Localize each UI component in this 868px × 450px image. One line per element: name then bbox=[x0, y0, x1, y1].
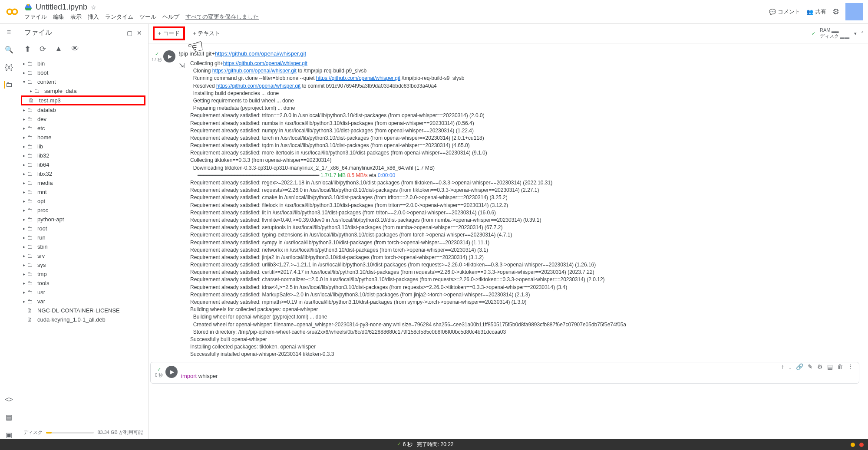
folder-opt[interactable]: ▸🗀opt bbox=[21, 197, 145, 206]
delete-icon[interactable]: 🗑 bbox=[837, 363, 843, 370]
avatar[interactable] bbox=[845, 3, 863, 20]
pane-popout-icon[interactable]: ▢ bbox=[127, 30, 132, 36]
toc-icon[interactable]: ≡ bbox=[7, 28, 11, 36]
mount-drive-icon[interactable]: ▲ bbox=[55, 44, 63, 54]
folder-datalab[interactable]: ▸🗀datalab bbox=[21, 105, 145, 115]
file-test-mp3[interactable]: 🗎test.mp3 bbox=[21, 95, 145, 105]
disk-usage: ディスク 83.34 GB が利用可能 bbox=[18, 426, 148, 439]
output-expand-icon[interactable]: ⇲ bbox=[179, 60, 188, 358]
svg-point-1 bbox=[12, 9, 17, 14]
folder-lib[interactable]: ▸🗀lib bbox=[21, 142, 145, 151]
main-row: ≡ 🔍 {x} 🗀 <> ▤ ▣ ファイル ▢ ✕ ⬆ ⟳ ▲ 👁 ▸🗀bin … bbox=[0, 24, 868, 439]
menu-tools[interactable]: ツール bbox=[139, 13, 156, 21]
connected-check-icon: ✓ bbox=[812, 31, 815, 36]
menu-edit[interactable]: 編集 bbox=[53, 13, 64, 21]
terminal-icon[interactable]: ▣ bbox=[6, 431, 12, 439]
doc-title[interactable]: Untitled1.ipynb bbox=[36, 3, 87, 12]
toggle-hidden-icon[interactable]: 👁 bbox=[71, 44, 79, 54]
settings-icon[interactable]: ⚙ bbox=[817, 363, 823, 370]
folder-sys[interactable]: ▸🗀sys bbox=[21, 260, 145, 269]
share-button[interactable]: 👥共有 bbox=[806, 8, 826, 16]
menu-view[interactable]: 表示 bbox=[70, 13, 82, 21]
folder-content[interactable]: ▾🗀content bbox=[21, 77, 145, 86]
folder-home[interactable]: ▸🗀home bbox=[21, 133, 145, 142]
completion-time: 完了時間: 20:22 bbox=[417, 441, 454, 448]
pane-close-icon[interactable]: ✕ bbox=[137, 30, 142, 36]
folder-libx32[interactable]: ▸🗀libx32 bbox=[21, 169, 145, 178]
folder-sample-data[interactable]: ▸🗀sample_data bbox=[21, 86, 145, 95]
folder-mnt[interactable]: ▸🗀mnt bbox=[21, 187, 145, 197]
folder-etc[interactable]: ▸🗀etc bbox=[21, 124, 145, 133]
run-button[interactable]: ▶ bbox=[165, 366, 178, 378]
save-status: すべての変更を保存しました bbox=[185, 13, 259, 21]
add-text-button[interactable]: + テキスト bbox=[189, 28, 224, 39]
folder-boot[interactable]: ▸🗀boot bbox=[21, 68, 145, 77]
menu-help[interactable]: ヘルプ bbox=[162, 13, 179, 21]
more-icon[interactable]: ⋮ bbox=[848, 363, 854, 370]
title-area: Untitled1.ipynb ☆ ファイル 編集 表示 挿入 ランタイム ツー… bbox=[24, 3, 769, 21]
code-input[interactable]: !pip install git+https://github.com/open… bbox=[179, 48, 859, 60]
folder-bin[interactable]: ▸🗀bin bbox=[21, 59, 145, 68]
content-area: + コード + テキスト ✓ RAM ▂▂ ディスク ▂▂ ▾ ˄ ☜ ✓ 17… bbox=[149, 24, 868, 439]
collapse-header-icon[interactable]: ˄ bbox=[861, 31, 864, 36]
output-toggle-icon[interactable]: ▤ bbox=[827, 363, 833, 370]
notebook: ✓ 17 秒 ▶ !pip install git+https://github… bbox=[149, 43, 868, 439]
folder-lib32[interactable]: ▸🗀lib32 bbox=[21, 151, 145, 160]
folder-media[interactable]: ▸🗀media bbox=[21, 178, 145, 187]
file-pane-title: ファイル bbox=[24, 28, 52, 37]
link-icon[interactable]: 🔗 bbox=[796, 363, 803, 370]
cell-actions-toolbar: ↑ ↓ 🔗 ✎ ⚙ ▤ 🗑 ⋮ bbox=[181, 363, 857, 370]
check-icon: ✓ bbox=[155, 51, 159, 57]
folder-tmp[interactable]: ▸🗀tmp bbox=[21, 269, 145, 279]
menu-bar: ファイル 編集 表示 挿入 ランタイム ツール ヘルプ すべての変更を保存しまし… bbox=[24, 13, 769, 21]
vars-icon[interactable]: {x} bbox=[5, 63, 13, 71]
exec-time: 6 秒 bbox=[403, 441, 413, 448]
file-pane-header: ファイル ▢ ✕ bbox=[18, 24, 148, 42]
check-icon: ✓ bbox=[397, 441, 401, 448]
cell-gutter: ✓ 17 秒 bbox=[150, 48, 163, 358]
status-dot-yellow bbox=[851, 443, 855, 447]
file-ngc-license[interactable]: 🗎NGC-DL-CONTAINER-LICENSE bbox=[21, 306, 145, 315]
menu-insert[interactable]: 挿入 bbox=[88, 13, 99, 21]
code-cell-1: ✓ 17 秒 ▶ !pip install git+https://github… bbox=[150, 48, 859, 358]
star-icon[interactable]: ☆ bbox=[91, 4, 96, 11]
header: Untitled1.ipynb ☆ ファイル 編集 表示 挿入 ランタイム ツー… bbox=[0, 0, 868, 24]
comment-button[interactable]: 💬コメント bbox=[769, 8, 800, 16]
folder-proc[interactable]: ▸🗀proc bbox=[21, 206, 145, 215]
left-rail: ≡ 🔍 {x} 🗀 <> ▤ ▣ bbox=[0, 24, 18, 439]
code-cell-2: ✓ 0 秒 ▶ ↑ ↓ 🔗 ✎ ⚙ ▤ 🗑 ⋮ import whi bbox=[150, 362, 859, 384]
menu-runtime[interactable]: ランタイム bbox=[105, 13, 133, 21]
folder-usr[interactable]: ▸🗀usr bbox=[21, 288, 145, 297]
mirror-icon[interactable]: ✎ bbox=[808, 363, 813, 370]
move-up-icon[interactable]: ↑ bbox=[781, 363, 784, 370]
colab-logo bbox=[5, 5, 19, 19]
folder-tools[interactable]: ▸🗀tools bbox=[21, 279, 145, 288]
folder-dev[interactable]: ▸🗀dev bbox=[21, 115, 145, 124]
check-icon: ✓ bbox=[157, 367, 161, 372]
run-button[interactable]: ▶ bbox=[163, 50, 175, 62]
gear-icon[interactable]: ⚙ bbox=[832, 7, 839, 16]
folder-var[interactable]: ▸🗀var bbox=[21, 297, 145, 306]
file-cuda-keyring[interactable]: 🗎cuda-keyring_1.0-1_all.deb bbox=[21, 315, 145, 324]
file-pane: ファイル ▢ ✕ ⬆ ⟳ ▲ 👁 ▸🗀bin ▸🗀boot ▾🗀content … bbox=[18, 24, 149, 439]
menu-file[interactable]: ファイル bbox=[24, 13, 47, 21]
header-right: 💬コメント 👥共有 ⚙ bbox=[769, 3, 863, 20]
folder-srv[interactable]: ▸🗀srv bbox=[21, 251, 145, 260]
cmd-palette-icon[interactable]: ▤ bbox=[6, 413, 12, 421]
code-snippets-icon[interactable]: <> bbox=[5, 396, 13, 404]
folder-run[interactable]: ▸🗀run bbox=[21, 233, 145, 242]
folder-root[interactable]: ▸🗀root bbox=[21, 224, 145, 233]
add-code-button[interactable]: + コード bbox=[153, 26, 185, 40]
refresh-icon[interactable]: ⟳ bbox=[40, 44, 46, 54]
code-input[interactable]: import whisper bbox=[181, 370, 857, 382]
resource-dropdown-icon[interactable]: ▾ bbox=[854, 31, 857, 36]
file-toolbar: ⬆ ⟳ ▲ 👁 bbox=[18, 42, 148, 59]
files-icon[interactable]: 🗀 bbox=[4, 81, 13, 89]
move-down-icon[interactable]: ↓ bbox=[789, 363, 792, 370]
status-dot-red bbox=[859, 443, 864, 447]
folder-lib64[interactable]: ▸🗀lib64 bbox=[21, 160, 145, 169]
search-icon[interactable]: 🔍 bbox=[5, 46, 13, 54]
folder-sbin[interactable]: ▸🗀sbin bbox=[21, 242, 145, 251]
folder-python-apt[interactable]: ▸🗀python-apt bbox=[21, 215, 145, 224]
upload-icon[interactable]: ⬆ bbox=[24, 44, 31, 54]
